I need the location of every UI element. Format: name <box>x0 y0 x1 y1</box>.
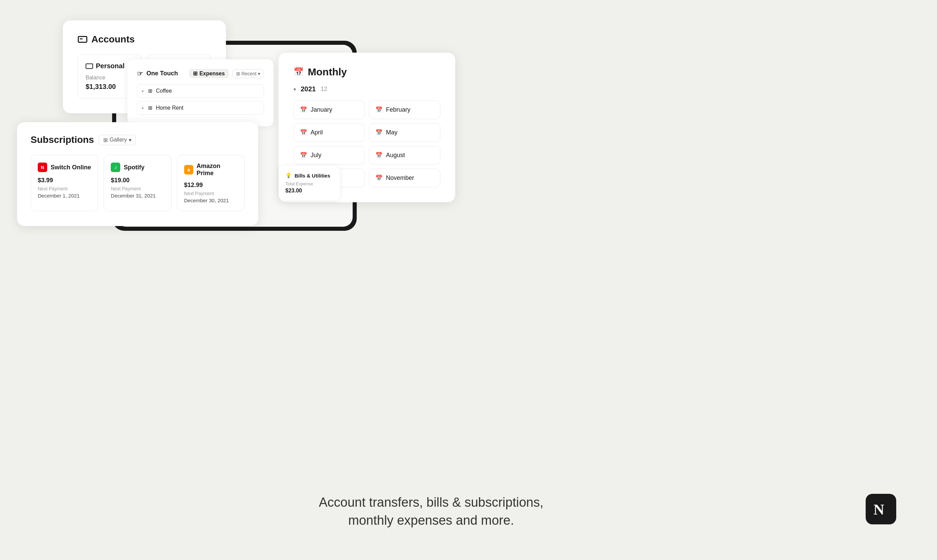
personal-title: Personal <box>86 62 134 70</box>
gallery-label: Gallery <box>110 137 127 143</box>
coffee-label: Coffee <box>156 88 172 94</box>
monthly-header: 📅 Monthly <box>293 66 440 78</box>
gallery-icon: ⊞ <box>103 137 108 143</box>
notion-n-icon: N <box>871 499 891 519</box>
expenses-grid-icon: ⊞ <box>193 70 198 77</box>
accounts-icon <box>78 36 87 43</box>
switch-icon: N <box>38 163 47 172</box>
accounts-title: Accounts <box>78 34 211 45</box>
personal-icon <box>86 63 93 69</box>
personal-balance-label: Balance <box>86 75 134 81</box>
month-february[interactable]: 📅 February <box>369 100 440 119</box>
spotify-payment-date: December 31, 2021 <box>111 193 164 198</box>
switch-payment-date: December 1, 2021 <box>38 193 91 198</box>
bills-expense-label: Total Expense <box>286 181 333 186</box>
spotify-price: $19.00 <box>111 177 164 184</box>
rent-chevron: ▸ <box>142 106 144 110</box>
month-november[interactable]: 📅 November <box>369 169 440 187</box>
bills-expense-amount: $23.00 <box>286 188 333 194</box>
amazon-icon: a <box>184 165 193 174</box>
spotify-icon: ♪ <box>111 163 120 172</box>
tagline-line1: Account transfers, bills & subscriptions… <box>319 495 543 509</box>
coffee-chevron: ▸ <box>142 89 144 93</box>
spotify-payment-label: Next Payment <box>111 186 164 191</box>
february-label: February <box>386 106 411 113</box>
april-label: April <box>310 129 323 136</box>
monthly-title: Monthly <box>308 66 347 78</box>
month-april[interactable]: 📅 April <box>293 123 365 142</box>
rent-icon: ⊞ <box>148 105 153 111</box>
may-icon: 📅 <box>375 129 383 136</box>
personal-balance: $1,313.00 <box>86 83 134 91</box>
bills-icon: 💡 <box>286 172 292 178</box>
bills-title-text: Bills & Utilities <box>295 173 330 178</box>
november-icon: 📅 <box>375 174 383 182</box>
touch-icon: ☞ <box>137 69 143 78</box>
rent-label: Home Rent <box>156 105 184 111</box>
subscription-amazon[interactable]: a Amazon Prime $12.99 Next Payment Decem… <box>177 155 245 211</box>
tagline-text: Account transfers, bills & subscriptions… <box>0 494 862 529</box>
april-icon: 📅 <box>300 129 307 136</box>
january-icon: 📅 <box>300 106 307 113</box>
expenses-header: ☞ One Touch ⊞ Expenses ⊞ Recent ▾ <box>137 69 264 78</box>
switch-header: N Switch Online <box>38 163 91 172</box>
switch-price: $3.99 <box>38 177 91 184</box>
amazon-payment-label: Next Payment <box>184 191 238 196</box>
subscriptions-card: Subscriptions ⊞ Gallery ▾ N Switch Onlin… <box>17 122 258 226</box>
spotify-name: Spotify <box>123 164 144 171</box>
month-august[interactable]: 📅 August <box>369 146 440 165</box>
july-label: July <box>310 152 321 159</box>
one-touch-section: ☞ One Touch <box>137 69 178 78</box>
year-chevron-icon[interactable]: ▾ <box>293 86 296 92</box>
switch-name: Switch Online <box>51 164 91 171</box>
recent-chevron: ▾ <box>258 71 260 76</box>
subscriptions-title: Subscriptions <box>31 134 94 145</box>
year-text: 2021 <box>301 85 316 93</box>
month-january[interactable]: 📅 January <box>293 100 365 119</box>
expenses-right: ⊞ Expenses ⊞ Recent ▾ <box>189 69 264 78</box>
switch-payment-label: Next Payment <box>38 186 91 191</box>
november-label: November <box>386 174 414 182</box>
expenses-panel: ☞ One Touch ⊞ Expenses ⊞ Recent ▾ ▸ ⊞ Co… <box>127 59 273 126</box>
month-may[interactable]: 📅 May <box>369 123 440 142</box>
subscription-spotify[interactable]: ♪ Spotify $19.00 Next Payment December 3… <box>103 155 171 211</box>
february-icon: 📅 <box>375 106 383 113</box>
amazon-price: $12.99 <box>184 182 238 189</box>
recent-badge[interactable]: ⊞ Recent ▾ <box>232 69 264 78</box>
accounts-title-text: Accounts <box>91 34 135 45</box>
coffee-icon: ⊞ <box>148 88 153 94</box>
svg-text:N: N <box>874 501 885 518</box>
month-july[interactable]: 📅 July <box>293 146 365 165</box>
amazon-header: a Amazon Prime <box>184 163 238 177</box>
amazon-payment-date: December 30, 2021 <box>184 197 238 203</box>
amazon-name: Amazon Prime <box>197 163 238 177</box>
expenses-label: Expenses <box>199 71 225 77</box>
expenses-badge: ⊞ Expenses <box>189 69 229 78</box>
gallery-view-toggle[interactable]: ⊞ Gallery ▾ <box>99 135 136 145</box>
subscriptions-header: Subscriptions ⊞ Gallery ▾ <box>31 134 245 145</box>
january-label: January <box>310 106 332 113</box>
recent-icon: ⊞ <box>236 71 240 76</box>
tagline: Account transfers, bills & subscriptions… <box>0 494 862 529</box>
year-count: 12 <box>321 86 327 93</box>
notion-logo: N <box>866 494 896 525</box>
august-label: August <box>386 152 405 159</box>
gallery-chevron: ▾ <box>129 137 131 143</box>
subscription-switch[interactable]: N Switch Online $3.99 Next Payment Decem… <box>31 155 98 211</box>
bills-card: 💡 Bills & Utilities Total Expense $23.00 <box>279 166 340 201</box>
july-icon: 📅 <box>300 152 307 159</box>
may-label: May <box>386 129 397 136</box>
subscriptions-grid: N Switch Online $3.99 Next Payment Decem… <box>31 155 245 211</box>
expense-item-coffee[interactable]: ▸ ⊞ Coffee <box>137 84 264 98</box>
bills-title: 💡 Bills & Utilities <box>286 172 333 178</box>
monthly-calendar-icon: 📅 <box>293 67 304 77</box>
tagline-line2: monthly expenses and more. <box>348 513 514 528</box>
recent-label: Recent <box>242 71 256 76</box>
spotify-header: ♪ Spotify <box>111 163 164 172</box>
august-icon: 📅 <box>375 152 383 159</box>
one-touch-label: One Touch <box>147 70 178 77</box>
expense-item-rent[interactable]: ▸ ⊞ Home Rent <box>137 101 264 115</box>
year-row: ▾ 2021 12 <box>293 85 440 93</box>
